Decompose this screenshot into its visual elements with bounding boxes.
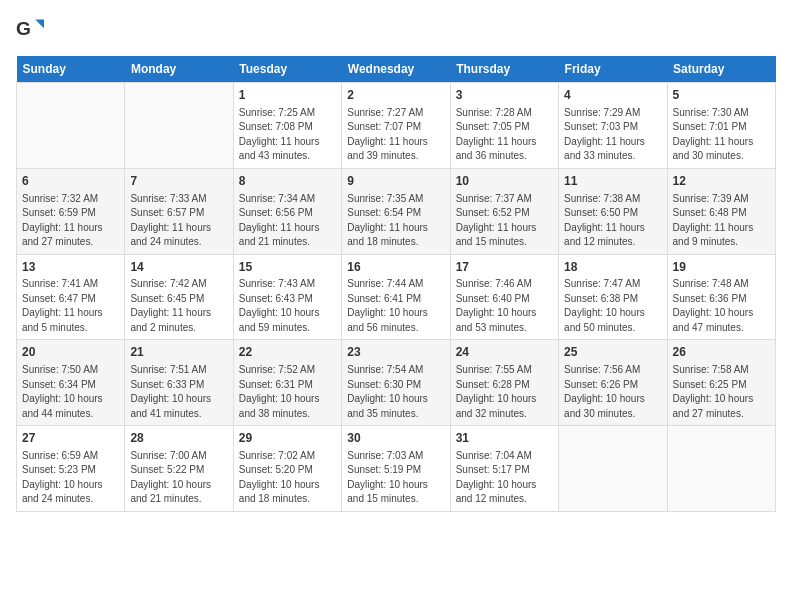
day-info: Sunrise: 7:52 AMSunset: 6:31 PMDaylight:… xyxy=(239,363,336,421)
calendar-cell: 29Sunrise: 7:02 AMSunset: 5:20 PMDayligh… xyxy=(233,426,341,512)
calendar-cell: 6Sunrise: 7:32 AMSunset: 6:59 PMDaylight… xyxy=(17,168,125,254)
day-number: 7 xyxy=(130,173,227,190)
day-info: Sunrise: 7:46 AMSunset: 6:40 PMDaylight:… xyxy=(456,277,553,335)
calendar-cell: 7Sunrise: 7:33 AMSunset: 6:57 PMDaylight… xyxy=(125,168,233,254)
calendar-cell: 5Sunrise: 7:30 AMSunset: 7:01 PMDaylight… xyxy=(667,83,775,169)
week-row-2: 6Sunrise: 7:32 AMSunset: 6:59 PMDaylight… xyxy=(17,168,776,254)
week-row-3: 13Sunrise: 7:41 AMSunset: 6:47 PMDayligh… xyxy=(17,254,776,340)
day-info: Sunrise: 7:25 AMSunset: 7:08 PMDaylight:… xyxy=(239,106,336,164)
calendar-cell: 17Sunrise: 7:46 AMSunset: 6:40 PMDayligh… xyxy=(450,254,558,340)
day-number: 22 xyxy=(239,344,336,361)
col-header-tuesday: Tuesday xyxy=(233,56,341,83)
calendar-cell: 13Sunrise: 7:41 AMSunset: 6:47 PMDayligh… xyxy=(17,254,125,340)
day-info: Sunrise: 7:27 AMSunset: 7:07 PMDaylight:… xyxy=(347,106,444,164)
day-number: 25 xyxy=(564,344,661,361)
calendar-cell xyxy=(17,83,125,169)
day-number: 11 xyxy=(564,173,661,190)
svg-marker-1 xyxy=(35,20,44,29)
day-info: Sunrise: 7:43 AMSunset: 6:43 PMDaylight:… xyxy=(239,277,336,335)
calendar-cell: 26Sunrise: 7:58 AMSunset: 6:25 PMDayligh… xyxy=(667,340,775,426)
week-row-5: 27Sunrise: 6:59 AMSunset: 5:23 PMDayligh… xyxy=(17,426,776,512)
day-number: 2 xyxy=(347,87,444,104)
day-info: Sunrise: 7:44 AMSunset: 6:41 PMDaylight:… xyxy=(347,277,444,335)
day-number: 14 xyxy=(130,259,227,276)
day-number: 4 xyxy=(564,87,661,104)
day-number: 20 xyxy=(22,344,119,361)
day-info: Sunrise: 7:39 AMSunset: 6:48 PMDaylight:… xyxy=(673,192,770,250)
calendar-cell xyxy=(125,83,233,169)
day-number: 31 xyxy=(456,430,553,447)
calendar-cell: 2Sunrise: 7:27 AMSunset: 7:07 PMDaylight… xyxy=(342,83,450,169)
day-info: Sunrise: 7:42 AMSunset: 6:45 PMDaylight:… xyxy=(130,277,227,335)
day-info: Sunrise: 7:30 AMSunset: 7:01 PMDaylight:… xyxy=(673,106,770,164)
day-info: Sunrise: 7:37 AMSunset: 6:52 PMDaylight:… xyxy=(456,192,553,250)
day-number: 15 xyxy=(239,259,336,276)
day-number: 30 xyxy=(347,430,444,447)
col-header-saturday: Saturday xyxy=(667,56,775,83)
calendar-table: SundayMondayTuesdayWednesdayThursdayFrid… xyxy=(16,56,776,512)
day-info: Sunrise: 7:03 AMSunset: 5:19 PMDaylight:… xyxy=(347,449,444,507)
calendar-cell: 19Sunrise: 7:48 AMSunset: 6:36 PMDayligh… xyxy=(667,254,775,340)
logo-icon: G xyxy=(16,16,44,44)
header-row: SundayMondayTuesdayWednesdayThursdayFrid… xyxy=(17,56,776,83)
calendar-cell: 1Sunrise: 7:25 AMSunset: 7:08 PMDaylight… xyxy=(233,83,341,169)
day-info: Sunrise: 7:00 AMSunset: 5:22 PMDaylight:… xyxy=(130,449,227,507)
day-info: Sunrise: 7:34 AMSunset: 6:56 PMDaylight:… xyxy=(239,192,336,250)
day-info: Sunrise: 7:56 AMSunset: 6:26 PMDaylight:… xyxy=(564,363,661,421)
day-number: 19 xyxy=(673,259,770,276)
calendar-cell: 9Sunrise: 7:35 AMSunset: 6:54 PMDaylight… xyxy=(342,168,450,254)
day-info: Sunrise: 7:41 AMSunset: 6:47 PMDaylight:… xyxy=(22,277,119,335)
calendar-cell: 4Sunrise: 7:29 AMSunset: 7:03 PMDaylight… xyxy=(559,83,667,169)
calendar-cell: 10Sunrise: 7:37 AMSunset: 6:52 PMDayligh… xyxy=(450,168,558,254)
day-number: 6 xyxy=(22,173,119,190)
day-number: 29 xyxy=(239,430,336,447)
calendar-cell xyxy=(667,426,775,512)
day-info: Sunrise: 7:35 AMSunset: 6:54 PMDaylight:… xyxy=(347,192,444,250)
day-number: 10 xyxy=(456,173,553,190)
day-number: 17 xyxy=(456,259,553,276)
col-header-sunday: Sunday xyxy=(17,56,125,83)
day-info: Sunrise: 7:04 AMSunset: 5:17 PMDaylight:… xyxy=(456,449,553,507)
calendar-cell: 3Sunrise: 7:28 AMSunset: 7:05 PMDaylight… xyxy=(450,83,558,169)
day-info: Sunrise: 7:48 AMSunset: 6:36 PMDaylight:… xyxy=(673,277,770,335)
day-info: Sunrise: 7:55 AMSunset: 6:28 PMDaylight:… xyxy=(456,363,553,421)
col-header-thursday: Thursday xyxy=(450,56,558,83)
day-info: Sunrise: 7:51 AMSunset: 6:33 PMDaylight:… xyxy=(130,363,227,421)
day-info: Sunrise: 7:50 AMSunset: 6:34 PMDaylight:… xyxy=(22,363,119,421)
day-info: Sunrise: 7:38 AMSunset: 6:50 PMDaylight:… xyxy=(564,192,661,250)
calendar-cell: 15Sunrise: 7:43 AMSunset: 6:43 PMDayligh… xyxy=(233,254,341,340)
day-info: Sunrise: 7:29 AMSunset: 7:03 PMDaylight:… xyxy=(564,106,661,164)
week-row-1: 1Sunrise: 7:25 AMSunset: 7:08 PMDaylight… xyxy=(17,83,776,169)
day-number: 26 xyxy=(673,344,770,361)
calendar-cell: 24Sunrise: 7:55 AMSunset: 6:28 PMDayligh… xyxy=(450,340,558,426)
page-header: G xyxy=(16,16,776,44)
day-number: 18 xyxy=(564,259,661,276)
day-number: 9 xyxy=(347,173,444,190)
week-row-4: 20Sunrise: 7:50 AMSunset: 6:34 PMDayligh… xyxy=(17,340,776,426)
calendar-cell: 18Sunrise: 7:47 AMSunset: 6:38 PMDayligh… xyxy=(559,254,667,340)
day-info: Sunrise: 7:02 AMSunset: 5:20 PMDaylight:… xyxy=(239,449,336,507)
calendar-cell: 28Sunrise: 7:00 AMSunset: 5:22 PMDayligh… xyxy=(125,426,233,512)
col-header-friday: Friday xyxy=(559,56,667,83)
calendar-cell: 20Sunrise: 7:50 AMSunset: 6:34 PMDayligh… xyxy=(17,340,125,426)
day-number: 3 xyxy=(456,87,553,104)
logo: G xyxy=(16,16,48,44)
calendar-cell: 27Sunrise: 6:59 AMSunset: 5:23 PMDayligh… xyxy=(17,426,125,512)
day-number: 23 xyxy=(347,344,444,361)
day-number: 1 xyxy=(239,87,336,104)
calendar-cell: 11Sunrise: 7:38 AMSunset: 6:50 PMDayligh… xyxy=(559,168,667,254)
day-info: Sunrise: 7:28 AMSunset: 7:05 PMDaylight:… xyxy=(456,106,553,164)
day-info: Sunrise: 7:32 AMSunset: 6:59 PMDaylight:… xyxy=(22,192,119,250)
day-info: Sunrise: 6:59 AMSunset: 5:23 PMDaylight:… xyxy=(22,449,119,507)
calendar-cell: 30Sunrise: 7:03 AMSunset: 5:19 PMDayligh… xyxy=(342,426,450,512)
calendar-cell: 14Sunrise: 7:42 AMSunset: 6:45 PMDayligh… xyxy=(125,254,233,340)
day-number: 28 xyxy=(130,430,227,447)
day-number: 24 xyxy=(456,344,553,361)
col-header-wednesday: Wednesday xyxy=(342,56,450,83)
col-header-monday: Monday xyxy=(125,56,233,83)
day-info: Sunrise: 7:47 AMSunset: 6:38 PMDaylight:… xyxy=(564,277,661,335)
calendar-cell: 23Sunrise: 7:54 AMSunset: 6:30 PMDayligh… xyxy=(342,340,450,426)
day-number: 12 xyxy=(673,173,770,190)
calendar-cell: 22Sunrise: 7:52 AMSunset: 6:31 PMDayligh… xyxy=(233,340,341,426)
svg-text:G: G xyxy=(16,18,31,39)
